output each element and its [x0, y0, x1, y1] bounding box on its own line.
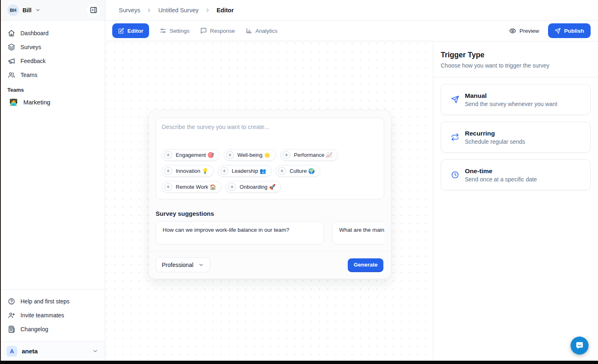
sidebar-item-dashboard[interactable]: Dashboard — [4, 26, 101, 40]
plus-icon — [164, 151, 172, 159]
team-emoji: 🧑‍💻 — [9, 98, 18, 106]
topic-chip-onboarding[interactable]: Onboarding 🚀 — [226, 181, 281, 193]
plus-icon — [220, 167, 228, 175]
window-edge-bottom — [0, 361, 598, 364]
user-plus-icon — [8, 312, 15, 319]
sidebar-item-label: Dashboard — [20, 30, 49, 36]
tab-label: Settings — [170, 28, 190, 34]
plus-icon — [278, 167, 286, 175]
chat-bubble-smile-icon — [575, 341, 584, 350]
trigger-option-one-time[interactable]: One-time Send once at a specific date — [441, 159, 591, 190]
plus-icon — [226, 151, 234, 159]
app-window: BH Bill Dashboard Surveys Feedback T — [0, 0, 598, 364]
topic-chip-culture[interactable]: Culture 🌍 — [276, 165, 320, 177]
tab-label: Response — [210, 28, 235, 34]
chat-launcher-button[interactable] — [571, 337, 589, 355]
team-label: Marketing — [23, 99, 50, 106]
account-name: aneta — [22, 348, 38, 355]
topic-chip-leadership[interactable]: Leadership 👥 — [218, 165, 272, 177]
topic-label: Innovation 💡 — [176, 168, 208, 174]
option-description: Send once at a specific date — [465, 176, 537, 183]
sidebar-item-changelog[interactable]: Changelog — [4, 322, 101, 336]
tab-analytics[interactable]: Analytics — [246, 27, 278, 34]
editor-toolbar: Editor Settings Response Analytics Previ… — [106, 20, 598, 41]
topic-chip-engagement[interactable]: Engagement 🎯 — [162, 149, 220, 161]
sidebar: BH Bill Dashboard Surveys Feedback T — [0, 0, 105, 361]
sidebar-item-label: Teams — [20, 72, 37, 78]
account-menu[interactable]: A aneta — [0, 341, 105, 361]
sidebar-item-label: Invite teammates — [20, 312, 64, 319]
sidebar-item-label: Changelog — [20, 326, 48, 332]
option-description: Send the survey whenever you want — [465, 101, 557, 107]
option-title: Manual — [465, 92, 557, 99]
bar-chart-icon — [246, 27, 252, 34]
tab-settings[interactable]: Settings — [160, 27, 190, 34]
pencil-square-icon — [118, 28, 124, 34]
sidebar-item-marketing[interactable]: 🧑‍💻 Marketing — [4, 95, 101, 109]
plus-icon — [164, 183, 172, 191]
generate-button[interactable]: Generate — [348, 258, 383, 271]
send-icon — [451, 95, 459, 104]
plus-icon — [283, 151, 290, 159]
plus-icon — [164, 167, 172, 175]
chevron-right-icon — [146, 7, 152, 13]
sidebar-item-invite[interactable]: Invite teammates — [4, 308, 101, 322]
sliders-icon — [160, 27, 166, 34]
message-square-icon — [200, 27, 207, 34]
trigger-option-recurring[interactable]: Recurring Schedule regular sends — [441, 122, 591, 153]
chevron-down-icon — [198, 262, 204, 268]
trigger-option-manual[interactable]: Manual Send the survey whenever you want — [441, 84, 591, 115]
tab-label: Editor — [127, 28, 143, 34]
option-title: One-time — [465, 167, 537, 175]
tab-editor[interactable]: Editor — [112, 23, 149, 38]
generator-footer: Professional Generate — [149, 251, 391, 279]
sidebar-item-label: Surveys — [20, 44, 41, 50]
topic-label: Engagement 🎯 — [176, 152, 214, 158]
topic-chip-innovation[interactable]: Innovation 💡 — [162, 165, 214, 177]
panel-subtitle: Choose how you want to trigger the surve… — [441, 62, 591, 69]
sidebar-collapse-button[interactable] — [87, 4, 100, 17]
sidebar-item-surveys[interactable]: Surveys — [4, 40, 101, 54]
send-icon — [555, 28, 561, 34]
topic-label: Onboarding 🚀 — [240, 184, 276, 190]
suggestion-card[interactable]: What are the main ob — [332, 221, 384, 244]
chevron-right-icon — [205, 7, 211, 13]
chevron-down-icon — [92, 348, 98, 354]
workspace-avatar: BH — [7, 5, 19, 16]
publish-button[interactable]: Publish — [548, 23, 591, 38]
topic-label: Leadership 👥 — [232, 168, 266, 174]
breadcrumb-surveys[interactable]: Surveys — [119, 7, 140, 14]
trigger-options: Manual Send the survey whenever you want… — [433, 77, 598, 203]
survey-prompt-input[interactable]: Describe the survey you want to create..… — [156, 118, 384, 199]
breadcrumb-untitled-survey[interactable]: Untitled Survey — [158, 7, 198, 14]
chevron-down-icon — [35, 7, 41, 13]
preview-button[interactable]: Preview — [509, 27, 539, 34]
workspace-switcher[interactable]: BH Bill — [0, 0, 105, 20]
editor-canvas[interactable]: Describe the survey you want to create..… — [106, 42, 433, 361]
breadcrumb: Surveys Untitled Survey Editor — [106, 0, 598, 20]
sidebar-item-feedback[interactable]: Feedback — [4, 54, 101, 68]
plus-icon — [228, 183, 236, 191]
topic-label: Performance 📈 — [294, 152, 333, 158]
trigger-panel-header: Trigger Type Choose how you want to trig… — [433, 42, 598, 77]
panel-title: Trigger Type — [441, 51, 591, 59]
suggestions-row: How can we improve work-life balance in … — [156, 221, 384, 244]
panel-collapse-icon — [90, 6, 97, 14]
main-region: Surveys Untitled Survey Editor Editor Se… — [106, 0, 598, 361]
sidebar-nav: Dashboard Surveys Feedback Teams — [0, 20, 105, 82]
topic-label: Well-being 🌟 — [238, 152, 271, 158]
tab-response[interactable]: Response — [200, 27, 235, 34]
topic-chip-performance[interactable]: Performance 📈 — [280, 149, 338, 161]
topic-chip-remote-work[interactable]: Remote Work 🏠 — [162, 181, 222, 193]
suggestion-card[interactable]: How can we improve work-life balance in … — [156, 221, 324, 244]
sidebar-item-teams[interactable]: Teams — [4, 68, 101, 82]
suggestions-title: Survey suggestions — [156, 210, 384, 217]
megaphone-icon — [8, 57, 15, 65]
preview-label: Preview — [519, 28, 539, 34]
sidebar-item-help[interactable]: Help and first steps — [4, 294, 101, 308]
clock-icon — [451, 171, 459, 179]
topic-chip-well-being[interactable]: Well-being 🌟 — [224, 149, 276, 161]
tone-select[interactable]: Professional — [156, 257, 210, 272]
topic-label: Culture 🌍 — [290, 168, 315, 174]
publish-label: Publish — [564, 28, 584, 34]
